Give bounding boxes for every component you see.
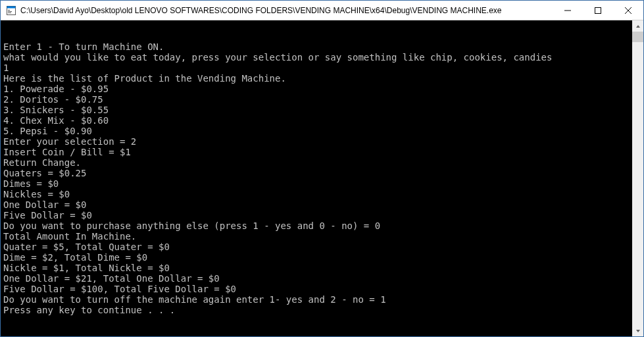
console-line: Quaters = $0.25 (3, 168, 643, 178)
console-line: Five Dollar = $100, Total Five Dollar = … (3, 284, 643, 294)
console-line: 5. Pepsi - $0.90 (3, 126, 643, 136)
scroll-up-button[interactable] (632, 20, 643, 32)
console-output: Enter 1 - To turn Machine ON.what would … (3, 41, 643, 337)
console-line: Here is the list of Product in the Vendi… (3, 73, 643, 84)
close-button[interactable] (613, 1, 643, 20)
svg-marker-10 (636, 330, 640, 332)
window-title: C:\Users\David Ayo\Desktop\old LENOVO SO… (20, 6, 553, 15)
console-line: what would you like to eat today, press … (3, 52, 643, 63)
svg-rect-4 (8, 13, 11, 13)
svg-rect-3 (8, 11, 12, 12)
console-line: One Dollar = $0 (3, 199, 643, 210)
minimize-button[interactable] (553, 1, 583, 20)
console-line: Nickle = $1, Total Nickle = $0 (3, 263, 643, 273)
console-line: Enter 1 - To turn Machine ON. (3, 41, 643, 52)
console-line: Dimes = $0 (3, 178, 643, 189)
console-line: Dime = $2, Total Dime = $0 (3, 252, 643, 263)
console-line: 3. Snickers - $0.55 (3, 105, 643, 115)
scroll-thumb[interactable] (632, 32, 643, 42)
console-line: Do you want to purchase anything else (p… (3, 220, 643, 231)
svg-rect-1 (7, 6, 16, 8)
console-line: Return Change. (3, 157, 643, 168)
console-line: 4. Chex Mix - $0.60 (3, 115, 643, 126)
scroll-down-button[interactable] (632, 325, 643, 336)
svg-marker-9 (636, 25, 640, 28)
console-line: Enter your selection = 2 (3, 136, 643, 147)
app-icon (6, 5, 16, 16)
console-line: One Dollar = $21, Total One Dollar = $0 (3, 273, 643, 284)
svg-rect-6 (595, 7, 601, 13)
console-line: Insert Coin / Bill = $1 (3, 147, 643, 157)
console-line: 1 (3, 63, 643, 73)
console-line: Five Dollar = $0 (3, 210, 643, 220)
console-line: 2. Doritos - $0.75 (3, 94, 643, 105)
svg-rect-2 (8, 10, 10, 11)
console-line: 1. Powerade - $0.95 (3, 84, 643, 94)
console-line: Press any key to continue . . . (3, 305, 643, 315)
console-area[interactable]: Enter 1 - To turn Machine ON.what would … (1, 20, 643, 336)
titlebar: C:\Users\David Ayo\Desktop\old LENOVO SO… (1, 1, 643, 20)
window-controls (553, 1, 643, 20)
console-line: Nickles = $0 (3, 189, 643, 199)
console-line: Total Amount In Machine. (3, 231, 643, 242)
scroll-track[interactable] (632, 32, 643, 325)
vertical-scrollbar[interactable] (632, 20, 643, 336)
console-line: Do you want to turn off the machine agai… (3, 294, 643, 305)
console-line: Quater = $5, Total Quater = $0 (3, 242, 643, 252)
maximize-button[interactable] (583, 1, 613, 20)
